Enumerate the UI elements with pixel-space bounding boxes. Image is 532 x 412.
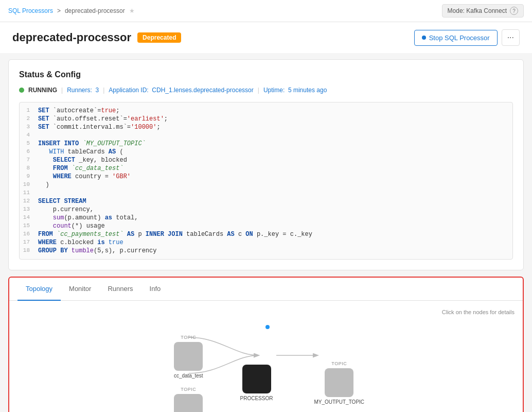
runners-value: 3 <box>96 87 99 94</box>
topo-box-output[interactable] <box>325 368 353 397</box>
runners-item: Runners: 3 <box>67 87 99 94</box>
code-line-6: 6 WITH tableCards AS ( <box>20 148 512 156</box>
topo-box-cc-data-test[interactable] <box>174 342 203 371</box>
topo-name-processor: PROCESSOR <box>240 396 273 401</box>
code-line-13: 13 p.currency, <box>20 205 512 214</box>
section-title: Status & Config <box>19 70 513 79</box>
code-line-4: 4 <box>20 131 512 140</box>
stop-icon <box>422 36 426 40</box>
top-nav: SQL Processors > deprecated-processor ★ … <box>0 0 532 22</box>
code-line-14: 14 sum(p.amount) as total, <box>20 214 512 222</box>
sep2: | <box>103 87 104 94</box>
tab-bar: Topology Monitor Runners Info <box>9 278 523 301</box>
uptime-label: Uptime: <box>263 87 285 94</box>
more-options-button[interactable]: ··· <box>502 29 520 46</box>
uptime-value: 5 minutes ago <box>288 87 327 94</box>
app-id-value[interactable]: CDH_1.lenses.deprecated-processor <box>152 87 253 94</box>
header-actions: Stop SQL Processor ··· <box>414 29 520 46</box>
svg-point-0 <box>265 325 270 329</box>
code-line-7: 7 SELECT _key, blocked <box>20 156 512 164</box>
tab-info[interactable]: Info <box>141 278 169 301</box>
page-title: deprecated-processor <box>12 31 131 44</box>
status-running: RUNNING <box>28 87 57 94</box>
topo-node-cc-data-test[interactable]: TOPIC cc_data_test <box>168 335 209 379</box>
stop-sql-processor-button[interactable]: Stop SQL Processor <box>414 30 498 46</box>
code-line-1: 1 SET `autocreate`=true; <box>20 107 512 115</box>
page-header: deprecated-processor Deprecated Stop SQL… <box>0 22 532 53</box>
code-line-17: 17 WHERE c.blocked is true <box>20 238 512 247</box>
code-line-10: 10 ) <box>20 181 512 189</box>
running-dot <box>19 88 24 93</box>
topo-box-cc-payments-test[interactable] <box>174 394 203 412</box>
topology-content: Click on the nodes for details <box>9 301 523 412</box>
mode-badge: Mode: Kafka Connect ? <box>442 4 524 18</box>
breadcrumb-separator: > <box>57 7 61 14</box>
star-icon[interactable]: ★ <box>129 7 135 14</box>
stop-button-label: Stop SQL Processor <box>429 34 490 42</box>
deprecated-badge: Deprecated <box>137 32 181 43</box>
status-row: RUNNING | Runners: 3 | Application ID: C… <box>19 87 513 94</box>
breadcrumb: SQL Processors > deprecated-processor ★ <box>8 7 135 14</box>
code-line-15: 15 count(*) usage <box>20 222 512 230</box>
help-icon[interactable]: ? <box>510 7 518 15</box>
topo-node-output[interactable]: TOPIC MY_OUTPUT_TOPIC <box>314 361 364 405</box>
topo-type-label-2: TOPIC <box>181 387 196 392</box>
code-line-8: 8 FROM `cc_data_test` <box>20 164 512 173</box>
topo-type-label-3: TOPIC <box>331 361 347 366</box>
breadcrumb-sql-processors[interactable]: SQL Processors <box>8 7 53 14</box>
topo-name-cc-data-test: cc_data_test <box>174 373 203 379</box>
code-line-3: 3 SET `commit.interval.ms`='10000'; <box>20 123 512 131</box>
app-id-label: Application ID: <box>109 87 148 94</box>
code-line-2: 2 SET `auto.offset.reset`='earliest'; <box>20 115 512 123</box>
page-title-area: deprecated-processor Deprecated <box>12 31 181 44</box>
status-config-card: Status & Config RUNNING | Runners: 3 | A… <box>8 59 524 270</box>
code-line-16: 16 FROM `cc_payments_test` AS p INNER JO… <box>20 230 512 238</box>
code-line-9: 9 WHERE country = 'GBR' <box>20 173 512 181</box>
code-line-12: 12 SELECT STREAM <box>20 197 512 205</box>
runners-label: Runners: <box>67 87 92 94</box>
breadcrumb-current: deprecated-processor <box>65 7 125 14</box>
mode-label: Mode: Kafka Connect <box>448 7 507 14</box>
topo-box-processor[interactable] <box>242 365 271 393</box>
code-line-11: 11 <box>20 189 512 197</box>
bottom-tab-card: Topology Monitor Runners Info Click on t… <box>8 277 524 412</box>
topo-name-output: MY_OUTPUT_TOPIC <box>314 399 364 405</box>
tab-runners[interactable]: Runners <box>99 278 141 301</box>
app-id-item: Application ID: CDH_1.lenses.deprecated-… <box>109 87 253 94</box>
sql-code-block: 1 SET `autocreate`=true; 2 SET `auto.off… <box>19 102 513 260</box>
code-line-5: 5 INSERT INTO `MY_OUTPUT_TOPIC` <box>20 140 512 148</box>
tab-monitor[interactable]: Monitor <box>61 278 99 301</box>
sep1: | <box>61 87 63 94</box>
tab-topology[interactable]: Topology <box>17 278 61 301</box>
topo-node-cc-payments-test[interactable]: TOPIC cc_payments_test <box>168 387 209 412</box>
code-line-18: 18 GROUP BY tumble(5,s), p.currency <box>20 247 512 255</box>
topo-type-label: TOPIC <box>181 335 196 340</box>
topo-node-processor[interactable]: PROCESSOR <box>240 365 273 401</box>
sep3: | <box>258 87 259 94</box>
uptime-item: Uptime: 5 minutes ago <box>263 87 327 94</box>
